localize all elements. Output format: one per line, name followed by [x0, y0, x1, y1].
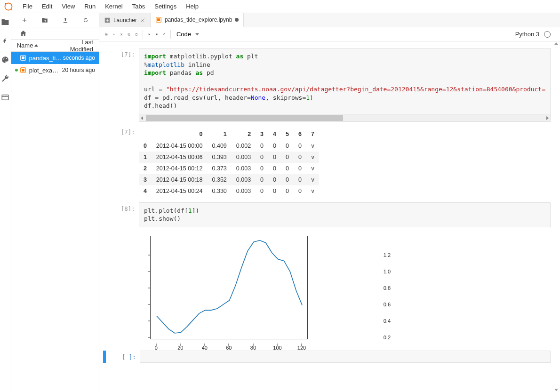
add-cell-icon[interactable]: [111, 31, 117, 38]
svg-point-3: [3, 59, 4, 60]
new-folder-icon[interactable]: [41, 17, 48, 24]
output-cell: [7]: 0123456702012-04-15 00:000.4090.002…: [99, 126, 560, 199]
menu-help[interactable]: Help: [181, 1, 203, 12]
kernel-name[interactable]: Python 3: [515, 31, 539, 38]
notebook-toolbar: Code Python 3: [99, 27, 560, 41]
work-area: Launcherpandas_tide_explore.ipynb Code P…: [99, 13, 560, 392]
cut-icon[interactable]: [118, 31, 125, 38]
run-icon[interactable]: [146, 31, 152, 38]
file-browser: Name Last Modified pandas_tide...seconds…: [11, 13, 99, 392]
menu-edit[interactable]: Edit: [37, 1, 57, 12]
code-input[interactable]: [140, 351, 551, 363]
tabs-icon[interactable]: [1, 93, 9, 102]
code-cell[interactable]: [ ]:: [99, 351, 560, 363]
code-cell[interactable]: [8]: plt.plot(df[1]) plt.show(): [99, 202, 560, 227]
file-toolbar: [11, 13, 99, 27]
menu-settings[interactable]: Settings: [150, 1, 181, 12]
kernel-status-icon[interactable]: [544, 31, 551, 38]
y-tick-label: 0.6: [384, 302, 391, 307]
horizontal-scrollbar[interactable]: [139, 114, 551, 122]
header-name[interactable]: Name: [17, 42, 33, 49]
code-input[interactable]: import matplotlib.pyplot as plt %matplot…: [139, 48, 551, 114]
svg-point-4: [5, 57, 6, 58]
tab[interactable]: Launcher: [99, 13, 151, 27]
stop-icon[interactable]: [153, 31, 160, 38]
svg-rect-17: [156, 33, 157, 35]
y-tick-label: 0.2: [384, 335, 391, 340]
activity-bar: [0, 13, 11, 392]
save-icon[interactable]: [103, 31, 110, 38]
menu-run[interactable]: Run: [80, 1, 100, 12]
input-prompt: [7]:: [106, 48, 139, 122]
svg-point-1: [5, 3, 6, 4]
add-icon[interactable]: [21, 17, 28, 24]
launcher-icon: [104, 17, 111, 24]
notebook-icon: [20, 55, 26, 61]
notebook-icon: [20, 67, 26, 73]
svg-point-0: [5, 3, 12, 10]
svg-point-5: [6, 58, 7, 59]
svg-rect-10: [22, 69, 24, 72]
notebook: [7]: import matplotlib.pyplot as plt %ma…: [99, 41, 560, 392]
menu-kernel[interactable]: Kernel: [100, 1, 128, 12]
menu-file[interactable]: File: [18, 1, 37, 12]
restart-icon[interactable]: [161, 31, 168, 38]
svg-rect-16: [136, 33, 137, 33]
svg-rect-13: [157, 18, 160, 21]
sort-caret-icon: [34, 44, 38, 47]
menu-view[interactable]: View: [57, 1, 80, 12]
tab[interactable]: pandas_tide_explore.ipynb: [151, 13, 244, 27]
notebook-icon: [155, 16, 162, 23]
plot-output: 0.20.40.60.81.01.2020406080100120: [139, 236, 551, 344]
dirty-indicator-icon: [235, 18, 239, 22]
line-chart: [151, 236, 308, 340]
running-icon[interactable]: [1, 37, 9, 45]
y-tick-label: 1.2: [384, 252, 391, 258]
wrench-icon[interactable]: [1, 74, 9, 83]
cell-marker-current: [103, 351, 106, 363]
svg-point-2: [11, 9, 12, 10]
upload-icon[interactable]: [62, 17, 69, 24]
code-input[interactable]: plt.plot(df[1]) plt.show(): [139, 202, 551, 227]
menu-tabs[interactable]: Tabs: [128, 1, 150, 12]
close-icon[interactable]: [140, 17, 145, 23]
paste-icon[interactable]: [133, 31, 140, 38]
svg-rect-15: [136, 33, 137, 36]
copy-icon[interactable]: [126, 31, 132, 38]
y-tick-label: 1.0: [384, 269, 391, 274]
y-tick-label: 0.4: [384, 318, 391, 324]
input-prompt: [ ]:: [107, 351, 140, 363]
folder-icon[interactable]: [1, 18, 9, 26]
input-prompt: [8]:: [106, 202, 139, 227]
celltype-select[interactable]: Code: [174, 30, 201, 39]
code-cell[interactable]: [7]: import matplotlib.pyplot as plt %ma…: [99, 48, 560, 122]
svg-rect-6: [2, 95, 9, 100]
vertical-scrollbar[interactable]: [552, 41, 559, 392]
jupyter-logo-icon: [4, 2, 13, 11]
home-icon[interactable]: [20, 30, 27, 37]
svg-rect-8: [22, 56, 24, 59]
file-item[interactable]: pandas_tide...seconds ago: [11, 52, 99, 64]
tab-bar: Launcherpandas_tide_explore.ipynb: [99, 13, 560, 27]
breadcrumb[interactable]: [11, 27, 99, 40]
output-prompt: [7]:: [106, 126, 139, 199]
menubar: FileEditViewRunKernelTabsSettingsHelp: [0, 0, 560, 13]
dataframe-output: 0123456702012-04-15 00:000.4090.0020000v…: [139, 128, 319, 197]
y-tick-label: 0.8: [384, 285, 391, 291]
header-modified[interactable]: Last Modified: [64, 39, 93, 53]
svg-rect-14: [128, 34, 130, 36]
palette-icon[interactable]: [1, 56, 9, 64]
output-cell: 0.20.40.60.81.01.2020406080100120: [99, 231, 560, 344]
file-list-header[interactable]: Name Last Modified: [11, 40, 99, 52]
refresh-icon[interactable]: [82, 17, 89, 24]
file-item[interactable]: plot_exampl...20 hours ago: [11, 64, 99, 76]
